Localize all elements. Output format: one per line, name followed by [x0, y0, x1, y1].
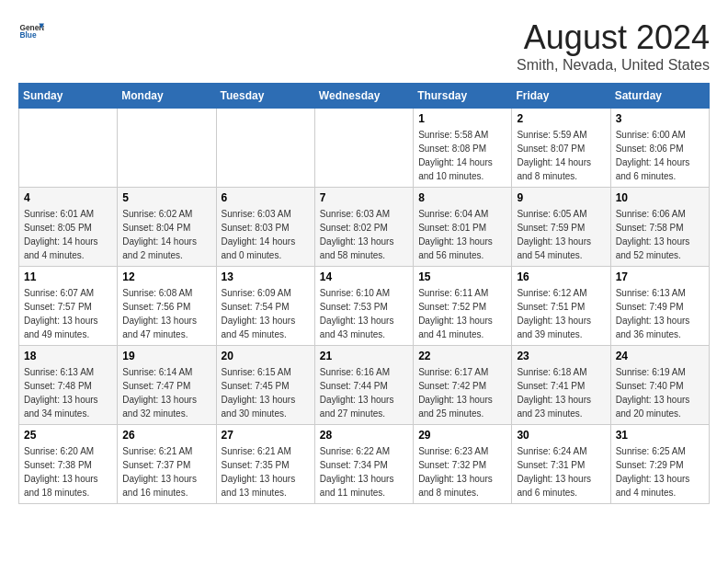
day-number: 22 — [418, 350, 506, 362]
day-info: Sunrise: 6:24 AMSunset: 7:31 PMDaylight:… — [517, 444, 605, 500]
day-number: 5 — [122, 191, 210, 204]
title-section: August 2024 Smith, Nevada, United States — [517, 18, 710, 74]
calendar-day-cell: 6Sunrise: 6:03 AMSunset: 8:03 PMDaylight… — [216, 188, 314, 267]
day-number: 25 — [24, 429, 112, 442]
day-info: Sunrise: 6:13 AMSunset: 7:48 PMDaylight:… — [24, 365, 112, 420]
calendar-day-cell — [216, 109, 314, 188]
day-of-week-header: Friday — [512, 84, 610, 109]
day-info: Sunrise: 6:25 AMSunset: 7:29 PMDaylight:… — [616, 444, 704, 500]
calendar-day-cell — [118, 109, 216, 188]
calendar-day-cell: 19Sunrise: 6:14 AMSunset: 7:47 PMDayligh… — [118, 346, 216, 425]
day-info: Sunrise: 6:02 AMSunset: 8:04 PMDaylight:… — [122, 207, 210, 262]
day-of-week-header: Tuesday — [216, 84, 314, 109]
day-info: Sunrise: 6:13 AMSunset: 7:49 PMDaylight:… — [616, 286, 704, 341]
day-info: Sunrise: 6:01 AMSunset: 8:05 PMDaylight:… — [24, 207, 112, 262]
calendar-week-row: 1Sunrise: 5:58 AMSunset: 8:08 PMDaylight… — [19, 109, 710, 188]
day-of-week-header: Monday — [118, 84, 216, 109]
day-info: Sunrise: 6:14 AMSunset: 7:47 PMDaylight:… — [122, 365, 210, 420]
day-of-week-header: Thursday — [414, 84, 512, 109]
day-number: 7 — [320, 191, 408, 204]
calendar-day-cell: 13Sunrise: 6:09 AMSunset: 7:54 PMDayligh… — [216, 267, 314, 346]
calendar-day-cell: 10Sunrise: 6:06 AMSunset: 7:58 PMDayligh… — [610, 188, 709, 267]
day-number: 30 — [517, 429, 605, 442]
day-info: Sunrise: 6:16 AMSunset: 7:44 PMDaylight:… — [320, 365, 408, 420]
day-number: 15 — [418, 270, 506, 283]
day-info: Sunrise: 6:06 AMSunset: 7:58 PMDaylight:… — [616, 207, 704, 262]
day-info: Sunrise: 6:15 AMSunset: 7:45 PMDaylight:… — [222, 365, 310, 420]
calendar-day-cell: 29Sunrise: 6:23 AMSunset: 7:32 PMDayligh… — [414, 425, 512, 504]
day-info: Sunrise: 6:07 AMSunset: 7:57 PMDaylight:… — [24, 286, 112, 341]
day-number: 27 — [222, 429, 310, 442]
calendar-day-cell: 17Sunrise: 6:13 AMSunset: 7:49 PMDayligh… — [610, 267, 709, 346]
page-title: August 2024 — [517, 18, 710, 57]
day-number: 26 — [122, 429, 210, 442]
calendar-day-cell: 30Sunrise: 6:24 AMSunset: 7:31 PMDayligh… — [512, 425, 610, 504]
day-info: Sunrise: 5:58 AMSunset: 8:08 PMDaylight:… — [418, 128, 506, 183]
day-info: Sunrise: 6:23 AMSunset: 7:32 PMDaylight:… — [418, 444, 506, 500]
day-number: 13 — [222, 270, 310, 283]
day-number: 8 — [418, 191, 506, 204]
day-info: Sunrise: 6:21 AMSunset: 7:35 PMDaylight:… — [222, 444, 310, 500]
calendar-day-cell: 9Sunrise: 6:05 AMSunset: 7:59 PMDaylight… — [512, 188, 610, 267]
calendar-day-cell: 27Sunrise: 6:21 AMSunset: 7:35 PMDayligh… — [216, 425, 314, 504]
calendar-day-cell: 28Sunrise: 6:22 AMSunset: 7:34 PMDayligh… — [314, 425, 413, 504]
calendar-day-cell: 14Sunrise: 6:10 AMSunset: 7:53 PMDayligh… — [314, 267, 413, 346]
day-info: Sunrise: 6:04 AMSunset: 8:01 PMDaylight:… — [418, 207, 506, 262]
calendar-day-cell — [19, 109, 118, 188]
calendar-day-cell: 31Sunrise: 6:25 AMSunset: 7:29 PMDayligh… — [610, 425, 709, 504]
day-of-week-header: Saturday — [610, 84, 709, 109]
calendar-day-cell — [314, 109, 413, 188]
day-info: Sunrise: 6:18 AMSunset: 7:41 PMDaylight:… — [517, 365, 605, 420]
calendar-day-cell: 8Sunrise: 6:04 AMSunset: 8:01 PMDaylight… — [414, 188, 512, 267]
calendar-day-cell: 1Sunrise: 5:58 AMSunset: 8:08 PMDaylight… — [414, 109, 512, 188]
day-info: Sunrise: 6:19 AMSunset: 7:40 PMDaylight:… — [616, 365, 704, 420]
calendar-day-cell: 4Sunrise: 6:01 AMSunset: 8:05 PMDaylight… — [19, 188, 118, 267]
day-info: Sunrise: 6:09 AMSunset: 7:54 PMDaylight:… — [222, 286, 310, 341]
calendar-day-cell: 25Sunrise: 6:20 AMSunset: 7:38 PMDayligh… — [19, 425, 118, 504]
calendar-day-cell: 22Sunrise: 6:17 AMSunset: 7:42 PMDayligh… — [414, 346, 512, 425]
day-number: 2 — [517, 112, 605, 125]
calendar-day-cell: 24Sunrise: 6:19 AMSunset: 7:40 PMDayligh… — [610, 346, 709, 425]
day-number: 17 — [616, 270, 704, 283]
day-info: Sunrise: 6:12 AMSunset: 7:51 PMDaylight:… — [517, 286, 605, 341]
calendar-day-cell: 7Sunrise: 6:03 AMSunset: 8:02 PMDaylight… — [314, 188, 413, 267]
calendar-week-row: 18Sunrise: 6:13 AMSunset: 7:48 PMDayligh… — [19, 346, 710, 425]
day-info: Sunrise: 6:00 AMSunset: 8:06 PMDaylight:… — [616, 128, 704, 183]
calendar-table: SundayMondayTuesdayWednesdayThursdayFrid… — [18, 83, 710, 504]
day-number: 12 — [122, 270, 210, 283]
day-info: Sunrise: 6:17 AMSunset: 7:42 PMDaylight:… — [418, 365, 506, 420]
calendar-day-cell: 3Sunrise: 6:00 AMSunset: 8:06 PMDaylight… — [610, 109, 709, 188]
logo-icon: General Blue — [18, 18, 44, 44]
day-info: Sunrise: 6:20 AMSunset: 7:38 PMDaylight:… — [24, 444, 112, 500]
day-info: Sunrise: 6:05 AMSunset: 7:59 PMDaylight:… — [517, 207, 605, 262]
day-number: 28 — [320, 429, 408, 442]
day-number: 24 — [616, 350, 704, 362]
day-info: Sunrise: 5:59 AMSunset: 8:07 PMDaylight:… — [517, 128, 605, 183]
day-number: 3 — [616, 112, 704, 125]
day-of-week-header: Sunday — [19, 84, 118, 109]
calendar-day-cell: 5Sunrise: 6:02 AMSunset: 8:04 PMDaylight… — [118, 188, 216, 267]
day-info: Sunrise: 6:08 AMSunset: 7:56 PMDaylight:… — [122, 286, 210, 341]
day-number: 31 — [616, 429, 704, 442]
day-number: 21 — [320, 350, 408, 362]
day-info: Sunrise: 6:03 AMSunset: 8:02 PMDaylight:… — [320, 207, 408, 262]
svg-text:Blue: Blue — [19, 30, 36, 40]
calendar-day-cell: 18Sunrise: 6:13 AMSunset: 7:48 PMDayligh… — [19, 346, 118, 425]
day-of-week-header: Wednesday — [314, 84, 413, 109]
day-number: 18 — [24, 350, 112, 362]
logo: General Blue — [18, 18, 44, 44]
calendar-day-cell: 11Sunrise: 6:07 AMSunset: 7:57 PMDayligh… — [19, 267, 118, 346]
calendar-day-cell: 23Sunrise: 6:18 AMSunset: 7:41 PMDayligh… — [512, 346, 610, 425]
day-info: Sunrise: 6:22 AMSunset: 7:34 PMDaylight:… — [320, 444, 408, 500]
day-info: Sunrise: 6:11 AMSunset: 7:52 PMDaylight:… — [418, 286, 506, 341]
day-number: 1 — [418, 112, 506, 125]
calendar-day-cell: 16Sunrise: 6:12 AMSunset: 7:51 PMDayligh… — [512, 267, 610, 346]
calendar-week-row: 11Sunrise: 6:07 AMSunset: 7:57 PMDayligh… — [19, 267, 710, 346]
page-header: General Blue August 2024 Smith, Nevada, … — [18, 18, 710, 74]
calendar-day-cell: 26Sunrise: 6:21 AMSunset: 7:37 PMDayligh… — [118, 425, 216, 504]
day-number: 11 — [24, 270, 112, 283]
calendar-day-cell: 20Sunrise: 6:15 AMSunset: 7:45 PMDayligh… — [216, 346, 314, 425]
calendar-week-row: 25Sunrise: 6:20 AMSunset: 7:38 PMDayligh… — [19, 425, 710, 504]
day-number: 14 — [320, 270, 408, 283]
day-info: Sunrise: 6:10 AMSunset: 7:53 PMDaylight:… — [320, 286, 408, 341]
